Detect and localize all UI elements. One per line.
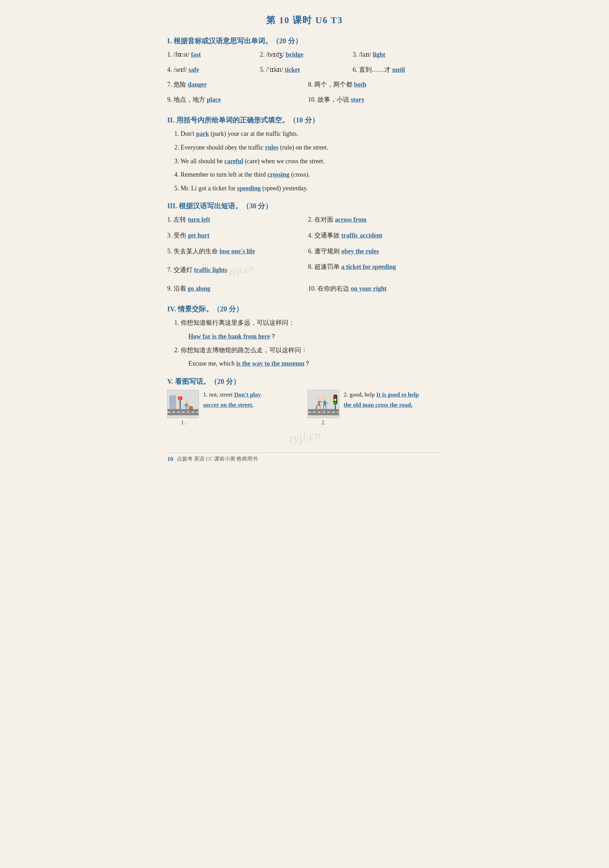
svg-point-14 bbox=[190, 406, 193, 410]
item-III-1: 1. 左转 turn left bbox=[167, 214, 301, 225]
section-I-header: I. 根据音标或汉语意思写出单词。（20 分） bbox=[167, 36, 442, 46]
svg-point-8 bbox=[185, 399, 189, 403]
item-III-2: 2. 在对面 across from bbox=[308, 214, 442, 225]
item-I-3: 3. /laɪt/ light bbox=[353, 49, 442, 60]
section-I-row3: 7. 危险 danger 8. 两个，两个都 both bbox=[167, 79, 442, 93]
svg-rect-3 bbox=[169, 395, 176, 409]
scenario-1-num: 1. bbox=[181, 419, 185, 426]
answer-I-7: danger bbox=[188, 81, 207, 88]
svg-rect-6 bbox=[170, 400, 172, 402]
svg-point-24 bbox=[334, 398, 337, 401]
answer-III-8: a ticket for speeding bbox=[342, 263, 396, 270]
item-IV-1: How far is the bank from here？ bbox=[181, 331, 442, 342]
section-II-header: II. 用括号内所给单词的正确形式填空。（10 分） bbox=[167, 115, 442, 125]
section-I-row1: 1. /fɑːst/ fast 2. /brɪdʒ/ bridge 3. /la… bbox=[167, 49, 442, 63]
svg-rect-9 bbox=[185, 403, 188, 408]
scenario-2-num: 2. bbox=[322, 419, 326, 426]
svg-point-31 bbox=[322, 397, 327, 401]
item-I-9: 9. 地点，地方 place bbox=[167, 94, 301, 105]
answer-I-1: fast bbox=[191, 51, 201, 58]
item-I-2: 2. /brɪdʒ/ bridge bbox=[260, 49, 349, 60]
footer-page: 10 bbox=[167, 456, 173, 463]
answer-II-3: careful bbox=[224, 158, 243, 165]
answer-I-4: safe bbox=[189, 66, 199, 73]
answer-I-5: ticket bbox=[285, 66, 300, 73]
svg-rect-4 bbox=[170, 397, 172, 398]
answer-III-5: lose one's life bbox=[220, 248, 255, 255]
svg-text:!: ! bbox=[180, 397, 180, 399]
answer-II-1: park bbox=[196, 130, 209, 137]
scenario-2-box: 2. 2. good, help It is good to help the … bbox=[308, 390, 442, 426]
item-I-5: 5. /ˈtɪkɪt/ ticket bbox=[260, 64, 349, 75]
answer-V-2b: the old man cross the road. bbox=[343, 401, 413, 408]
item-I-6: 6. 直到……才 until bbox=[353, 64, 442, 75]
section-I-row4: 9. 地点，地方 place 10. 故事，小说 story bbox=[167, 94, 442, 108]
section-V-header: V. 看图写话。（20 分） bbox=[167, 377, 442, 386]
svg-rect-27 bbox=[318, 401, 320, 406]
answer-V-2a: It is good to help bbox=[376, 391, 419, 398]
item-I-7: 7. 危险 danger bbox=[167, 79, 301, 90]
footer-text: 点拨考 英语 CC 课前小测 教师用书 bbox=[177, 456, 258, 462]
section-V-grid: ! 1. 1. not, street Don't play soccer on… bbox=[167, 390, 442, 426]
answer-III-6: obey the rules bbox=[342, 248, 379, 255]
answer-I-2: bridge bbox=[286, 51, 303, 58]
watermark-area: zyji.cn bbox=[167, 429, 442, 442]
svg-point-23 bbox=[334, 395, 337, 398]
scenario-2-text: 2. good, help It is good to help the old… bbox=[343, 390, 419, 410]
answer-III-3: get hurt bbox=[188, 232, 210, 239]
answer-II-4: crossing bbox=[267, 171, 289, 178]
answer-III-2: across from bbox=[335, 216, 367, 223]
answer-I-10: story bbox=[351, 96, 365, 103]
item-I-1: 1. /fɑːst/ fast bbox=[167, 49, 256, 60]
item-III-3: 3. 受伤 get hurt bbox=[167, 230, 301, 241]
watermark-2: zyji.cn bbox=[287, 427, 322, 446]
answer-I-6: until bbox=[392, 66, 405, 73]
item-III-9: 9. 沿着 go along bbox=[167, 283, 301, 294]
answer-V-1b: soccer on the street. bbox=[203, 401, 253, 408]
item-I-4: 4. /seɪf/ safe bbox=[167, 64, 256, 75]
section-III-header: III. 根据汉语写出短语。（30 分） bbox=[167, 201, 442, 211]
item-I-10: 10. 故事，小说 story bbox=[308, 94, 442, 105]
item-I-8: 8. 两个，两个都 both bbox=[308, 79, 442, 90]
answer-II-5: speeding bbox=[237, 185, 261, 192]
answer-I-3: light bbox=[373, 51, 385, 58]
watermark-1: zyji.cn bbox=[227, 259, 255, 280]
item-II-1: 1. Don't park (park) your car at the tra… bbox=[167, 129, 442, 140]
section-III-grid: 1. 左转 turn left 2. 在对面 across from 3. 受伤… bbox=[167, 214, 442, 297]
answer-III-4: traffic accident bbox=[342, 232, 382, 239]
item-IV-2: Excuse me, which is the way to the museu… bbox=[181, 358, 442, 369]
scenario-2-image bbox=[308, 390, 339, 418]
item-II-5: 5. Mr. Li got a ticket for speeding (spe… bbox=[167, 183, 442, 194]
section-IV-header: IV. 情景交际。（20 分） bbox=[167, 304, 442, 314]
item-IV-intro1: 1. 你想知道银行离这里多远，可以这样问： bbox=[167, 317, 442, 328]
section-I-row2: 4. /seɪf/ safe 5. /ˈtɪkɪt/ ticket 6. 直到…… bbox=[167, 64, 442, 78]
item-IV-intro2: 2. 你想知道去博物馆的路怎么走，可以这样问： bbox=[167, 345, 442, 356]
answer-IV-1: How far is the bank from here bbox=[188, 333, 270, 340]
item-III-4: 4. 交通事故 traffic accident bbox=[308, 230, 442, 241]
scenario-1-box: ! 1. 1. not, street Don't play soccer on… bbox=[167, 390, 301, 426]
item-III-7: 7. 交通灯 traffic lights zyji.cn bbox=[167, 261, 301, 278]
answer-III-7: traffic lights bbox=[194, 265, 227, 276]
answer-IV-2: is the way to the museum bbox=[236, 360, 304, 367]
item-III-10: 10. 在你的右边 on your right bbox=[308, 283, 442, 294]
answer-III-9: go along bbox=[188, 283, 211, 294]
scenario-1-prompt: 1. not, street Don't play bbox=[203, 390, 261, 400]
answer-III-10: on your right bbox=[351, 285, 387, 292]
svg-rect-32 bbox=[323, 401, 326, 406]
answer-III-1: turn left bbox=[188, 216, 210, 223]
answer-I-8: both bbox=[354, 81, 367, 88]
scenario-2-prompt: 2. good, help It is good to help bbox=[343, 390, 419, 400]
svg-rect-5 bbox=[173, 397, 175, 398]
item-III-5: 5. 失去某人的生命 lose one's life bbox=[167, 246, 301, 257]
page-title: 第 10 课时 U6 T3 bbox=[167, 14, 442, 26]
item-II-3: 3. We all should be careful (care) when … bbox=[167, 156, 442, 167]
item-II-4: 4. Remember to turn left at the third cr… bbox=[167, 169, 442, 180]
scenario-1-image: ! bbox=[167, 390, 199, 418]
svg-line-29 bbox=[320, 406, 320, 410]
scenario-1-text: 1. not, street Don't play soccer on the … bbox=[203, 390, 261, 410]
answer-II-2: rules bbox=[265, 144, 278, 151]
svg-point-26 bbox=[317, 397, 321, 401]
footer: 10 点拨考 英语 CC 课前小测 教师用书 bbox=[167, 453, 442, 463]
item-III-6: 6. 遵守规则 obey the rules bbox=[308, 246, 442, 257]
item-II-2: 2. Everyone should obey the traffic rule… bbox=[167, 142, 442, 153]
